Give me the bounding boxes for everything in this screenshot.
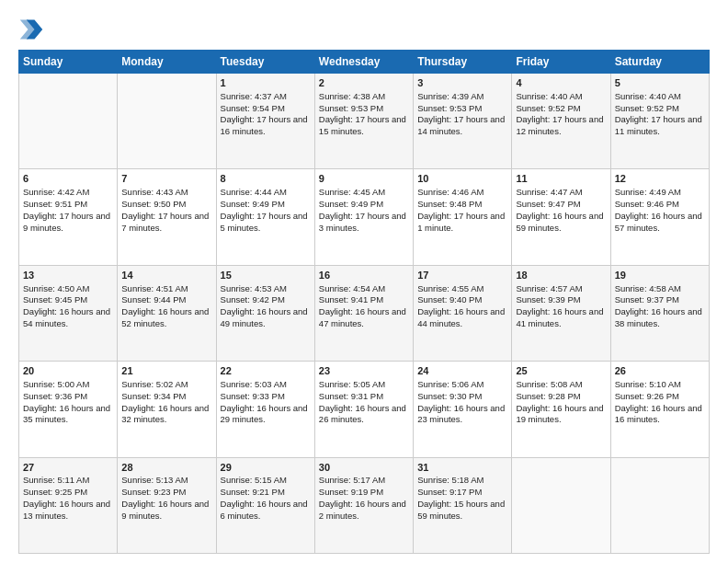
daylight: Daylight: 17 hours and 16 minutes.: [221, 114, 308, 136]
sunrise: Sunrise: 4:57 AM: [516, 283, 582, 293]
sunset: Sunset: 9:52 PM: [516, 103, 580, 113]
calendar-cell: 22Sunrise: 5:03 AMSunset: 9:33 PMDayligh…: [216, 362, 314, 457]
daylight: Daylight: 16 hours and 16 minutes.: [615, 403, 702, 425]
sunrise: Sunrise: 4:49 AM: [615, 187, 681, 197]
daylight: Daylight: 17 hours and 9 minutes.: [23, 211, 110, 233]
calendar-cell: 16Sunrise: 4:54 AMSunset: 9:41 PMDayligh…: [314, 265, 413, 361]
daylight: Daylight: 16 hours and 38 minutes.: [615, 306, 702, 328]
calendar-week-5: 27Sunrise: 5:11 AMSunset: 9:25 PMDayligh…: [19, 457, 710, 553]
calendar-cell: [512, 457, 610, 553]
day-number: 12: [615, 172, 705, 186]
day-number: 19: [615, 269, 705, 282]
day-number: 31: [417, 461, 507, 475]
sunrise: Sunrise: 5:03 AM: [221, 379, 287, 389]
day-number: 8: [221, 172, 311, 186]
calendar-cell: [610, 457, 709, 553]
calendar: Sunday Monday Tuesday Wednesday Thursday…: [18, 50, 710, 554]
sunrise: Sunrise: 4:51 AM: [121, 283, 188, 293]
day-number: 6: [23, 172, 113, 186]
day-number: 16: [319, 269, 409, 282]
sunset: Sunset: 9:45 PM: [23, 294, 87, 304]
sunset: Sunset: 9:19 PM: [319, 487, 383, 497]
sunset: Sunset: 9:40 PM: [417, 294, 482, 304]
daylight: Daylight: 16 hours and 54 minutes.: [23, 306, 110, 328]
daylight: Daylight: 16 hours and 49 minutes.: [221, 306, 308, 328]
sunrise: Sunrise: 4:42 AM: [23, 187, 89, 197]
sunset: Sunset: 9:30 PM: [417, 391, 482, 401]
sunrise: Sunrise: 5:05 AM: [319, 379, 385, 389]
daylight: Daylight: 16 hours and 29 minutes.: [221, 403, 308, 425]
calendar-cell: 9Sunrise: 4:45 AMSunset: 9:49 PMDaylight…: [314, 169, 413, 265]
sunset: Sunset: 9:37 PM: [615, 294, 679, 304]
calendar-cell: 28Sunrise: 5:13 AMSunset: 9:23 PMDayligh…: [118, 457, 216, 553]
logo-icon: [18, 17, 44, 42]
day-number: 14: [121, 269, 211, 282]
day-number: 13: [23, 269, 113, 282]
day-number: 24: [417, 364, 507, 378]
sunrise: Sunrise: 5:11 AM: [23, 475, 89, 485]
calendar-week-4: 20Sunrise: 5:00 AMSunset: 9:36 PMDayligh…: [19, 362, 710, 457]
day-number: 9: [319, 172, 409, 186]
daylight: Daylight: 16 hours and 23 minutes.: [417, 403, 505, 425]
sunset: Sunset: 9:26 PM: [615, 391, 679, 401]
calendar-cell: 31Sunrise: 5:18 AMSunset: 9:17 PMDayligh…: [414, 457, 512, 553]
sunrise: Sunrise: 5:13 AM: [121, 475, 188, 485]
calendar-cell: 24Sunrise: 5:06 AMSunset: 9:30 PMDayligh…: [414, 362, 512, 457]
sunset: Sunset: 9:53 PM: [319, 103, 383, 113]
sunrise: Sunrise: 4:55 AM: [417, 283, 483, 293]
calendar-cell: [118, 74, 216, 169]
day-number: 29: [221, 461, 311, 475]
sunrise: Sunrise: 5:17 AM: [319, 475, 385, 485]
day-number: 20: [23, 364, 113, 378]
sunrise: Sunrise: 4:50 AM: [23, 283, 89, 293]
sunrise: Sunrise: 4:53 AM: [221, 283, 287, 293]
daylight: Daylight: 16 hours and 32 minutes.: [121, 403, 209, 425]
day-number: 1: [221, 76, 311, 90]
day-number: 11: [516, 172, 606, 186]
logo: [18, 17, 48, 42]
calendar-week-3: 13Sunrise: 4:50 AMSunset: 9:45 PMDayligh…: [19, 265, 710, 361]
sunset: Sunset: 9:33 PM: [221, 391, 285, 401]
sunset: Sunset: 9:47 PM: [516, 199, 580, 209]
sunset: Sunset: 9:54 PM: [221, 103, 285, 113]
daylight: Daylight: 16 hours and 35 minutes.: [23, 403, 110, 425]
daylight: Daylight: 16 hours and 19 minutes.: [516, 403, 603, 425]
sunrise: Sunrise: 4:37 AM: [221, 91, 287, 101]
sunrise: Sunrise: 4:47 AM: [516, 187, 582, 197]
sunset: Sunset: 9:49 PM: [221, 199, 285, 209]
sunset: Sunset: 9:48 PM: [417, 199, 482, 209]
calendar-cell: 29Sunrise: 5:15 AMSunset: 9:21 PMDayligh…: [216, 457, 314, 553]
day-number: 23: [319, 364, 409, 378]
daylight: Daylight: 15 hours and 59 minutes.: [417, 499, 505, 521]
daylight: Daylight: 17 hours and 11 minutes.: [615, 114, 702, 136]
calendar-cell: 10Sunrise: 4:46 AMSunset: 9:48 PMDayligh…: [414, 169, 512, 265]
sunrise: Sunrise: 4:46 AM: [417, 187, 483, 197]
sunrise: Sunrise: 4:45 AM: [319, 187, 385, 197]
calendar-cell: 20Sunrise: 5:00 AMSunset: 9:36 PMDayligh…: [19, 362, 118, 457]
calendar-cell: 21Sunrise: 5:02 AMSunset: 9:34 PMDayligh…: [118, 362, 216, 457]
sunrise: Sunrise: 4:54 AM: [319, 283, 385, 293]
day-number: 17: [417, 269, 507, 282]
sunrise: Sunrise: 5:06 AM: [417, 379, 483, 389]
day-number: 2: [319, 76, 409, 90]
header-friday: Friday: [512, 51, 610, 74]
calendar-cell: 4Sunrise: 4:40 AMSunset: 9:52 PMDaylight…: [512, 74, 610, 169]
header-sunday: Sunday: [19, 51, 118, 74]
sunrise: Sunrise: 4:40 AM: [615, 91, 681, 101]
sunset: Sunset: 9:39 PM: [516, 294, 580, 304]
sunset: Sunset: 9:17 PM: [417, 487, 482, 497]
day-number: 18: [516, 269, 606, 282]
sunrise: Sunrise: 4:44 AM: [221, 187, 287, 197]
calendar-week-2: 6Sunrise: 4:42 AMSunset: 9:51 PMDaylight…: [19, 169, 710, 265]
calendar-cell: 13Sunrise: 4:50 AMSunset: 9:45 PMDayligh…: [19, 265, 118, 361]
sunrise: Sunrise: 5:15 AM: [221, 475, 287, 485]
daylight: Daylight: 16 hours and 9 minutes.: [121, 499, 209, 521]
day-number: 28: [121, 461, 211, 475]
day-number: 25: [516, 364, 606, 378]
daylight: Daylight: 16 hours and 6 minutes.: [221, 499, 308, 521]
calendar-cell: 17Sunrise: 4:55 AMSunset: 9:40 PMDayligh…: [414, 265, 512, 361]
header-saturday: Saturday: [610, 51, 709, 74]
sunset: Sunset: 9:23 PM: [121, 487, 186, 497]
daylight: Daylight: 16 hours and 26 minutes.: [319, 403, 406, 425]
daylight: Daylight: 17 hours and 3 minutes.: [319, 211, 406, 233]
